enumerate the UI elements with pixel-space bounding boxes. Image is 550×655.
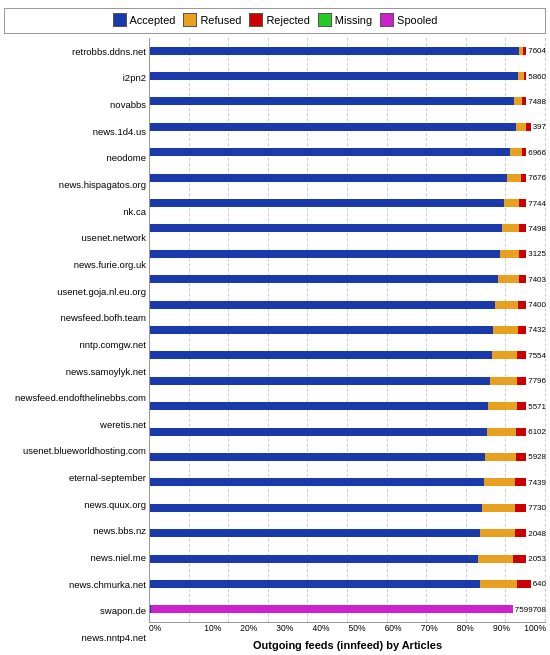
y-label-row: news.samoylyk.net <box>4 358 146 385</box>
bar-rejected <box>516 453 527 461</box>
bar-rejected <box>519 224 526 232</box>
y-label-text: news.samoylyk.net <box>4 366 146 377</box>
legend-refused-label: Refused <box>200 14 241 26</box>
bar-rejected <box>523 47 526 55</box>
y-label-text: novabbs <box>4 99 146 110</box>
plot-area: 7604586074883976966767677447498312574037… <box>149 38 546 623</box>
legend-missing: Missing <box>318 13 372 27</box>
y-label-text: usenet.network <box>4 232 146 243</box>
bar-rejected <box>515 529 526 537</box>
y-label-row: i2pn2 <box>4 65 146 92</box>
y-label-row: novabbs <box>4 91 146 118</box>
legend: Accepted Refused Rejected Missing Spoole… <box>4 8 546 34</box>
bar-refused <box>510 148 521 156</box>
bar-accepted <box>150 250 500 258</box>
x-label-6: 60% <box>366 623 402 637</box>
bar-accepted <box>150 123 516 131</box>
bar-value: 7400 <box>528 300 546 309</box>
bars-container: 7604586074883976966767677447498312574037… <box>150 38 546 622</box>
bar-refused <box>502 224 519 232</box>
x-label-4: 40% <box>293 623 329 637</box>
bar-value: 7439 <box>528 478 546 487</box>
bar-refused <box>493 326 518 334</box>
bar-value: 2048 <box>528 529 546 538</box>
bar-row: 7676 <box>150 165 546 190</box>
bar-value: 397 <box>533 122 546 131</box>
y-label-row: neodome <box>4 145 146 172</box>
bar-value: 5860 <box>528 72 546 81</box>
bar-refused <box>495 301 518 309</box>
bar-rejected <box>518 301 526 309</box>
bar-refused <box>514 97 522 105</box>
bar-rejected <box>515 478 526 486</box>
bar-value: 640 <box>533 579 546 588</box>
bar-rejected <box>521 174 527 182</box>
y-label-row: news.quux.org <box>4 491 146 518</box>
chart-container: Accepted Refused Rejected Missing Spoole… <box>0 0 550 655</box>
bar-refused <box>498 275 519 283</box>
x-label-9: 90% <box>474 623 510 637</box>
y-label-text: eternal-september <box>4 472 146 483</box>
bar-accepted <box>150 504 482 512</box>
bar-row: 5571 <box>150 393 546 418</box>
y-label-text: retrobbs.ddns.net <box>4 46 146 57</box>
bar-rejected <box>526 123 531 131</box>
bar-value: 7599708 <box>515 605 546 614</box>
bar-row: 7432 <box>150 317 546 342</box>
y-label-text: usenet.blueworldhosting.com <box>4 445 146 456</box>
bar-value: 7744 <box>528 199 546 208</box>
y-label-text: news.nntp4.net <box>4 632 146 643</box>
y-label-row: news.1d4.us <box>4 118 146 145</box>
y-label-row: news.furie.org.uk <box>4 251 146 278</box>
y-label-text: news.niel.me <box>4 552 146 563</box>
bar-value: 7432 <box>528 325 546 334</box>
bar-row: 6966 <box>150 140 546 165</box>
y-label-row: usenet.goja.nl.eu.org <box>4 278 146 305</box>
bar-accepted <box>150 275 498 283</box>
y-label-row: nntp.comgw.net <box>4 331 146 358</box>
y-label-row: newsfeed.endofthelinebbs.com <box>4 385 146 412</box>
y-label-row: nk.ca <box>4 198 146 225</box>
bar-refused <box>482 504 514 512</box>
bar-value: 7498 <box>528 224 546 233</box>
y-label-text: swapon.de <box>4 605 146 616</box>
legend-accepted-label: Accepted <box>130 14 176 26</box>
bar-accepted <box>150 72 518 80</box>
bar-value: 6966 <box>528 148 546 157</box>
refused-color-box <box>183 13 197 27</box>
bar-row: 5860 <box>150 63 546 88</box>
y-label-text: news.furie.org.uk <box>4 259 146 270</box>
legend-spooled-label: Spooled <box>397 14 437 26</box>
bar-value: 7796 <box>528 376 546 385</box>
bar-accepted <box>150 199 504 207</box>
bar-row: 640 <box>150 571 546 596</box>
bar-refused <box>500 250 519 258</box>
bar-row: 7400 <box>150 292 546 317</box>
bar-row: 7403 <box>150 267 546 292</box>
bar-value: 7730 <box>528 503 546 512</box>
bar-accepted <box>150 47 519 55</box>
bar-value: 7554 <box>528 351 546 360</box>
spooled-color-box <box>380 13 394 27</box>
legend-refused: Refused <box>183 13 241 27</box>
y-label-row: news.niel.me <box>4 544 146 571</box>
bar-rejected <box>516 428 527 436</box>
bar-accepted <box>150 402 488 410</box>
bar-refused <box>480 529 514 537</box>
bar-accepted <box>150 174 507 182</box>
y-label-text: weretis.net <box>4 419 146 430</box>
bar-rejected <box>517 351 526 359</box>
bar-rejected <box>517 580 531 588</box>
y-label-text: i2pn2 <box>4 72 146 83</box>
y-label-row: swapon.de <box>4 598 146 625</box>
x-label-3: 30% <box>257 623 293 637</box>
bar-row: 7796 <box>150 368 546 393</box>
bar-rejected <box>517 402 526 410</box>
y-label-row: usenet.blueworldhosting.com <box>4 438 146 465</box>
accepted-color-box <box>113 13 127 27</box>
bar-value: 6102 <box>528 427 546 436</box>
y-label-text: news.hispagatos.org <box>4 179 146 190</box>
bar-rejected <box>522 97 526 105</box>
y-label-row: news.hispagatos.org <box>4 171 146 198</box>
x-axis: 0% 10% 20% 30% 40% 50% 60% 70% 80% 90% 1… <box>149 623 546 637</box>
